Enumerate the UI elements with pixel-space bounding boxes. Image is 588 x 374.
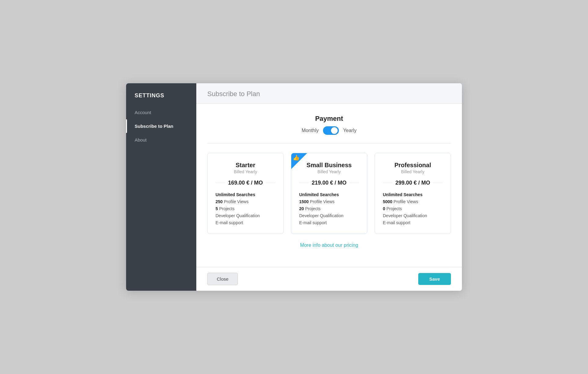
price-line-left	[383, 183, 392, 183]
feature-item: Unlimited Searches	[216, 192, 275, 197]
yearly-label: Yearly	[343, 128, 357, 133]
plan-features-professional: Unlimited Searches 5000 Profile Views 0 …	[383, 192, 443, 225]
price-line-right	[433, 183, 443, 183]
price-line-left	[216, 183, 225, 183]
plan-features-small-business: Unlimited Searches 1500 Profile Views 20…	[299, 192, 359, 225]
pricing-link[interactable]: More info about our pricing	[300, 243, 358, 248]
sidebar-item-subscribe[interactable]: Subscribe to Plan	[126, 119, 196, 133]
feature-item: Unlimited Searches	[299, 192, 359, 197]
feature-item: 5000 Profile Views	[383, 199, 443, 204]
feature-item: E-mail support	[299, 220, 359, 225]
plan-price-row-professional: 299.00 € / MO	[383, 180, 443, 186]
sidebar-item-label: About	[135, 137, 147, 142]
plan-name-starter: Starter	[216, 162, 275, 169]
settings-window: SETTINGS Account Subscribe to Plan About…	[126, 83, 462, 291]
plans-grid: Starter Billed Yearly 169.00 € / MO Unli…	[207, 153, 451, 234]
plan-name-professional: Professional	[383, 162, 443, 169]
page-title: Subscribe to Plan	[207, 90, 260, 98]
main-content: Subscribe to Plan Payment Monthly Yearly	[196, 83, 462, 291]
save-button[interactable]: Save	[418, 273, 451, 285]
feature-item: E-mail support	[216, 220, 275, 225]
feature-item: 1500 Profile Views	[299, 199, 359, 204]
close-button[interactable]: Close	[207, 273, 238, 285]
feature-item: Developer Qualification	[216, 213, 275, 218]
plan-name-small-business: Small Business	[299, 162, 359, 169]
plan-features-starter: Unlimited Searches 250 Profile Views 5 P…	[216, 192, 275, 225]
sidebar: SETTINGS Account Subscribe to Plan About	[126, 83, 196, 291]
plan-price-small-business: 219.00 € / MO	[312, 180, 347, 186]
payment-title: Payment	[315, 115, 343, 123]
plan-price-row-starter: 169.00 € / MO	[216, 180, 275, 186]
sidebar-item-label: Subscribe to Plan	[135, 124, 173, 129]
plan-billing-starter: Billed Yearly	[216, 169, 275, 174]
feature-item: 5 Projects	[216, 206, 275, 211]
price-line-right	[266, 183, 275, 183]
featured-badge: 👍	[291, 153, 307, 169]
main-footer: Close Save	[196, 267, 462, 291]
feature-item: 250 Profile Views	[216, 199, 275, 204]
payment-section: Payment Monthly Yearly	[207, 115, 451, 135]
plan-card-small-business: 👍 Small Business Billed Yearly 219.00 € …	[291, 153, 367, 234]
section-divider	[207, 143, 451, 144]
plan-price-professional: 299.00 € / MO	[395, 180, 430, 186]
sidebar-item-about[interactable]: About	[126, 133, 196, 147]
feature-item: E-mail support	[383, 220, 443, 225]
plan-price-row-small-business: 219.00 € / MO	[299, 180, 359, 186]
feature-item: Developer Qualification	[383, 213, 443, 218]
plan-card-professional: Professional Billed Yearly 299.00 € / MO…	[375, 153, 451, 234]
main-header: Subscribe to Plan	[196, 83, 462, 104]
feature-item: Developer Qualification	[299, 213, 359, 218]
sidebar-item-label: Account	[135, 110, 151, 115]
feature-item: Unlimited Searches	[383, 192, 443, 197]
main-body: Payment Monthly Yearly Starter	[196, 104, 462, 267]
plan-card-starter: Starter Billed Yearly 169.00 € / MO Unli…	[207, 153, 284, 234]
sidebar-nav: Account Subscribe to Plan About	[126, 106, 196, 147]
toggle-thumb	[331, 127, 338, 134]
plan-price-starter: 169.00 € / MO	[228, 180, 263, 186]
sidebar-title: SETTINGS	[126, 83, 196, 106]
sidebar-item-account[interactable]: Account	[126, 106, 196, 119]
toggle-track	[323, 126, 339, 135]
thumbsup-icon: 👍	[293, 154, 299, 161]
feature-item: 0 Projects	[383, 206, 443, 211]
pricing-link-section: More info about our pricing	[207, 243, 451, 248]
plan-billing-professional: Billed Yearly	[383, 169, 443, 174]
billing-toggle-row: Monthly Yearly	[302, 126, 357, 135]
billing-toggle[interactable]	[323, 126, 339, 135]
price-line-right	[350, 183, 359, 183]
price-line-left	[299, 183, 309, 183]
monthly-label: Monthly	[302, 128, 319, 133]
feature-item: 20 Projects	[299, 206, 359, 211]
plan-billing-small-business: Billed Yearly	[299, 169, 359, 174]
